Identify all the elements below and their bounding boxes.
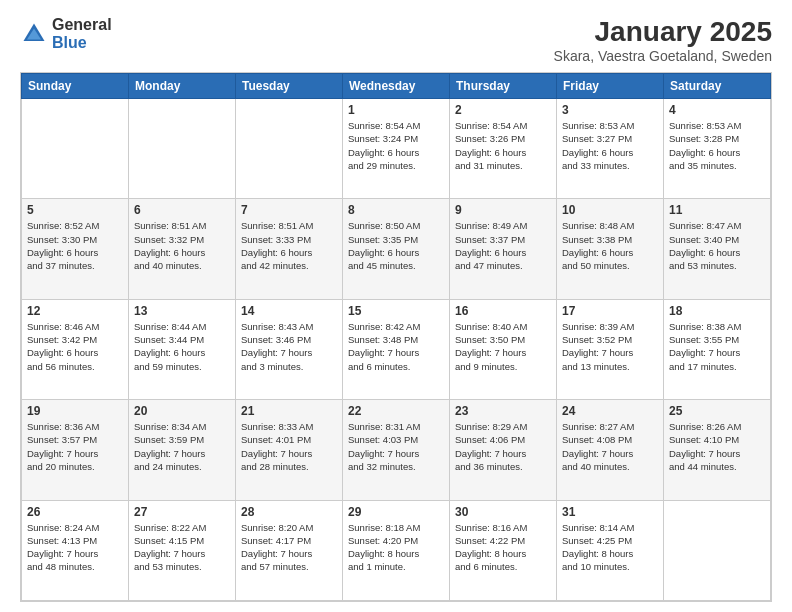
col-monday: Monday [129,74,236,99]
day-number: 30 [455,505,551,519]
calendar-cell: 11Sunrise: 8:47 AM Sunset: 3:40 PM Dayli… [664,199,771,299]
calendar-cell [129,99,236,199]
day-info: Sunrise: 8:34 AM Sunset: 3:59 PM Dayligh… [134,420,230,473]
day-info: Sunrise: 8:27 AM Sunset: 4:08 PM Dayligh… [562,420,658,473]
day-number: 12 [27,304,123,318]
calendar-cell: 14Sunrise: 8:43 AM Sunset: 3:46 PM Dayli… [236,299,343,399]
day-info: Sunrise: 8:39 AM Sunset: 3:52 PM Dayligh… [562,320,658,373]
day-number: 9 [455,203,551,217]
calendar-cell: 8Sunrise: 8:50 AM Sunset: 3:35 PM Daylig… [343,199,450,299]
day-number: 27 [134,505,230,519]
day-info: Sunrise: 8:51 AM Sunset: 3:32 PM Dayligh… [134,219,230,272]
day-info: Sunrise: 8:47 AM Sunset: 3:40 PM Dayligh… [669,219,765,272]
day-info: Sunrise: 8:51 AM Sunset: 3:33 PM Dayligh… [241,219,337,272]
day-number: 6 [134,203,230,217]
day-info: Sunrise: 8:20 AM Sunset: 4:17 PM Dayligh… [241,521,337,574]
page: General Blue January 2025 Skara, Vaestra… [0,0,792,612]
calendar-cell: 3Sunrise: 8:53 AM Sunset: 3:27 PM Daylig… [557,99,664,199]
day-number: 7 [241,203,337,217]
calendar-cell: 9Sunrise: 8:49 AM Sunset: 3:37 PM Daylig… [450,199,557,299]
calendar-cell: 2Sunrise: 8:54 AM Sunset: 3:26 PM Daylig… [450,99,557,199]
calendar-cell: 25Sunrise: 8:26 AM Sunset: 4:10 PM Dayli… [664,400,771,500]
day-number: 29 [348,505,444,519]
day-info: Sunrise: 8:46 AM Sunset: 3:42 PM Dayligh… [27,320,123,373]
day-number: 1 [348,103,444,117]
day-info: Sunrise: 8:50 AM Sunset: 3:35 PM Dayligh… [348,219,444,272]
day-number: 14 [241,304,337,318]
day-info: Sunrise: 8:44 AM Sunset: 3:44 PM Dayligh… [134,320,230,373]
logo-icon [20,20,48,48]
day-number: 17 [562,304,658,318]
day-number: 13 [134,304,230,318]
calendar-cell: 29Sunrise: 8:18 AM Sunset: 4:20 PM Dayli… [343,500,450,600]
calendar-cell: 15Sunrise: 8:42 AM Sunset: 3:48 PM Dayli… [343,299,450,399]
day-number: 20 [134,404,230,418]
calendar-subtitle: Skara, Vaestra Goetaland, Sweden [554,48,772,64]
logo-blue: Blue [52,34,112,52]
day-number: 21 [241,404,337,418]
calendar-cell: 12Sunrise: 8:46 AM Sunset: 3:42 PM Dayli… [22,299,129,399]
day-info: Sunrise: 8:29 AM Sunset: 4:06 PM Dayligh… [455,420,551,473]
calendar-body: 1Sunrise: 8:54 AM Sunset: 3:24 PM Daylig… [22,99,771,601]
day-info: Sunrise: 8:38 AM Sunset: 3:55 PM Dayligh… [669,320,765,373]
calendar-cell: 1Sunrise: 8:54 AM Sunset: 3:24 PM Daylig… [343,99,450,199]
day-number: 23 [455,404,551,418]
calendar-week-3: 12Sunrise: 8:46 AM Sunset: 3:42 PM Dayli… [22,299,771,399]
day-info: Sunrise: 8:43 AM Sunset: 3:46 PM Dayligh… [241,320,337,373]
day-number: 10 [562,203,658,217]
calendar-cell: 28Sunrise: 8:20 AM Sunset: 4:17 PM Dayli… [236,500,343,600]
day-info: Sunrise: 8:53 AM Sunset: 3:27 PM Dayligh… [562,119,658,172]
day-info: Sunrise: 8:36 AM Sunset: 3:57 PM Dayligh… [27,420,123,473]
calendar-cell: 13Sunrise: 8:44 AM Sunset: 3:44 PM Dayli… [129,299,236,399]
day-info: Sunrise: 8:48 AM Sunset: 3:38 PM Dayligh… [562,219,658,272]
day-info: Sunrise: 8:22 AM Sunset: 4:15 PM Dayligh… [134,521,230,574]
header: General Blue January 2025 Skara, Vaestra… [20,16,772,64]
calendar-cell: 20Sunrise: 8:34 AM Sunset: 3:59 PM Dayli… [129,400,236,500]
calendar-title: January 2025 [554,16,772,48]
calendar-cell: 17Sunrise: 8:39 AM Sunset: 3:52 PM Dayli… [557,299,664,399]
logo-text: General Blue [52,16,112,51]
col-tuesday: Tuesday [236,74,343,99]
calendar-cell: 23Sunrise: 8:29 AM Sunset: 4:06 PM Dayli… [450,400,557,500]
day-info: Sunrise: 8:24 AM Sunset: 4:13 PM Dayligh… [27,521,123,574]
day-number: 3 [562,103,658,117]
logo-general: General [52,16,112,34]
day-info: Sunrise: 8:42 AM Sunset: 3:48 PM Dayligh… [348,320,444,373]
calendar-cell: 27Sunrise: 8:22 AM Sunset: 4:15 PM Dayli… [129,500,236,600]
calendar-cell: 4Sunrise: 8:53 AM Sunset: 3:28 PM Daylig… [664,99,771,199]
day-number: 26 [27,505,123,519]
calendar-cell: 16Sunrise: 8:40 AM Sunset: 3:50 PM Dayli… [450,299,557,399]
calendar-cell: 30Sunrise: 8:16 AM Sunset: 4:22 PM Dayli… [450,500,557,600]
calendar-week-2: 5Sunrise: 8:52 AM Sunset: 3:30 PM Daylig… [22,199,771,299]
calendar-cell: 18Sunrise: 8:38 AM Sunset: 3:55 PM Dayli… [664,299,771,399]
calendar-week-5: 26Sunrise: 8:24 AM Sunset: 4:13 PM Dayli… [22,500,771,600]
day-info: Sunrise: 8:49 AM Sunset: 3:37 PM Dayligh… [455,219,551,272]
day-info: Sunrise: 8:40 AM Sunset: 3:50 PM Dayligh… [455,320,551,373]
col-saturday: Saturday [664,74,771,99]
day-number: 25 [669,404,765,418]
day-info: Sunrise: 8:16 AM Sunset: 4:22 PM Dayligh… [455,521,551,574]
day-info: Sunrise: 8:18 AM Sunset: 4:20 PM Dayligh… [348,521,444,574]
day-number: 22 [348,404,444,418]
day-info: Sunrise: 8:31 AM Sunset: 4:03 PM Dayligh… [348,420,444,473]
calendar-week-1: 1Sunrise: 8:54 AM Sunset: 3:24 PM Daylig… [22,99,771,199]
day-info: Sunrise: 8:54 AM Sunset: 3:26 PM Dayligh… [455,119,551,172]
calendar-cell: 6Sunrise: 8:51 AM Sunset: 3:32 PM Daylig… [129,199,236,299]
calendar-cell: 7Sunrise: 8:51 AM Sunset: 3:33 PM Daylig… [236,199,343,299]
calendar-cell: 5Sunrise: 8:52 AM Sunset: 3:30 PM Daylig… [22,199,129,299]
day-number: 8 [348,203,444,217]
day-number: 15 [348,304,444,318]
calendar-header: Sunday Monday Tuesday Wednesday Thursday… [22,74,771,99]
col-wednesday: Wednesday [343,74,450,99]
day-info: Sunrise: 8:52 AM Sunset: 3:30 PM Dayligh… [27,219,123,272]
calendar-cell: 19Sunrise: 8:36 AM Sunset: 3:57 PM Dayli… [22,400,129,500]
day-number: 11 [669,203,765,217]
calendar-cell: 21Sunrise: 8:33 AM Sunset: 4:01 PM Dayli… [236,400,343,500]
day-info: Sunrise: 8:26 AM Sunset: 4:10 PM Dayligh… [669,420,765,473]
logo: General Blue [20,16,112,51]
day-info: Sunrise: 8:14 AM Sunset: 4:25 PM Dayligh… [562,521,658,574]
calendar-week-4: 19Sunrise: 8:36 AM Sunset: 3:57 PM Dayli… [22,400,771,500]
calendar-cell [22,99,129,199]
day-number: 4 [669,103,765,117]
day-number: 2 [455,103,551,117]
